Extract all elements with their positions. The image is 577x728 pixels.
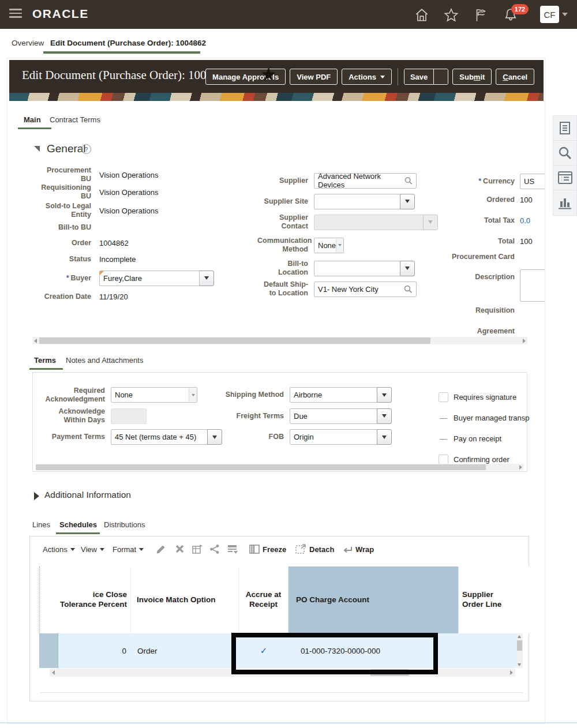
- table-format-menu[interactable]: Format: [113, 545, 144, 554]
- user-menu-chevron-icon[interactable]: [562, 13, 568, 16]
- buyer-dropdown-button[interactable]: [199, 271, 214, 286]
- reports-panel-button[interactable]: [553, 166, 576, 190]
- scroll-right-icon[interactable]: [519, 465, 522, 470]
- ship-to-location-input[interactable]: V1- New York City: [314, 282, 417, 297]
- tab-contract-terms[interactable]: Contract Terms: [50, 115, 100, 124]
- communication-method-select[interactable]: None: [314, 238, 344, 253]
- multi-row-edit-icon[interactable]: [192, 544, 203, 554]
- notification-count-badge[interactable]: 172: [511, 4, 529, 14]
- search-panel-button[interactable]: [553, 141, 576, 166]
- scroll-right-icon[interactable]: [523, 339, 526, 343]
- bill-to-location-dropdown-button[interactable]: [400, 261, 415, 276]
- split-branch-icon[interactable]: [209, 544, 220, 554]
- terms-horizontal-scrollbar[interactable]: [36, 464, 524, 471]
- scroll-left-icon[interactable]: [34, 339, 37, 343]
- shipping-method-input[interactable]: Airborne: [290, 387, 377, 403]
- cell-invoice-match-option[interactable]: Order: [131, 633, 239, 668]
- payment-terms-dropdown-button[interactable]: [207, 429, 222, 445]
- scroll-right-icon[interactable]: [510, 670, 513, 675]
- view-pdf-button[interactable]: View PDF: [290, 69, 338, 85]
- tab-terms[interactable]: Terms: [34, 356, 56, 365]
- pages-panel-button[interactable]: [553, 116, 576, 141]
- favorite-toggle-star-icon[interactable]: ★: [261, 66, 276, 83]
- tab-overview[interactable]: Overview: [12, 39, 44, 47]
- help-icon[interactable]: ?: [81, 144, 91, 154]
- table-row[interactable]: 0 Order ✓ 01-000-7320-0000-000: [39, 633, 516, 668]
- scrollbar-thumb[interactable]: [39, 337, 430, 344]
- payment-terms-input[interactable]: 45 Net (terms date + 45): [111, 429, 208, 445]
- scrollbar-thumb[interactable]: [517, 640, 522, 651]
- watchlist-flag-icon[interactable]: [473, 7, 488, 22]
- required-acknowledgment-select[interactable]: None: [111, 387, 197, 403]
- wrap-icon[interactable]: [343, 546, 353, 554]
- search-icon[interactable]: [404, 177, 413, 185]
- submit-button[interactable]: Submit: [452, 69, 492, 85]
- scrollbar-thumb[interactable]: [370, 669, 409, 676]
- search-icon[interactable]: [404, 285, 413, 294]
- tab-main[interactable]: Main: [24, 115, 41, 124]
- column-header-accrue-at-receipt[interactable]: Accrue at Receipt: [239, 566, 288, 633]
- scroll-left-icon[interactable]: [52, 670, 55, 675]
- fob-input[interactable]: Origin: [290, 429, 377, 445]
- save-menu-arrow[interactable]: [433, 69, 448, 84]
- cancel-button[interactable]: Cancel: [496, 69, 534, 85]
- description-textarea[interactable]: [520, 269, 545, 302]
- tab-schedules[interactable]: Schedules: [59, 520, 97, 529]
- tab-edit-document[interactable]: Edit Document (Purchase Order): 1004862: [50, 39, 206, 47]
- collapse-triangle-icon[interactable]: [34, 146, 40, 152]
- favorites-star-icon[interactable]: [444, 7, 459, 22]
- freight-terms-dropdown-button[interactable]: [377, 408, 392, 424]
- cell-supplier-order-line[interactable]: [459, 633, 515, 668]
- detach-icon[interactable]: [295, 544, 306, 554]
- supplier-input[interactable]: Advanced Network Devices: [314, 173, 417, 189]
- column-header-supplier-order-line[interactable]: Supplier Order Line: [459, 566, 515, 633]
- freight-terms-value: Due: [294, 412, 308, 421]
- navigator-menu-icon[interactable]: [9, 9, 22, 19]
- bill-to-location-input[interactable]: [314, 261, 400, 276]
- supplier-site-input[interactable]: [314, 194, 400, 209]
- supplier-site-dropdown-button[interactable]: [400, 194, 415, 209]
- tab-lines[interactable]: Lines: [32, 520, 50, 529]
- shipping-method-dropdown-button[interactable]: [377, 387, 392, 403]
- scroll-up-icon[interactable]: [518, 635, 521, 638]
- table-view-menu[interactable]: View: [81, 545, 104, 554]
- query-by-example-icon[interactable]: [227, 544, 238, 554]
- detach-button[interactable]: Detach: [309, 545, 334, 554]
- scrollbar-thumb[interactable]: [36, 464, 486, 470]
- buyer-input[interactable]: Furey,Clare: [99, 271, 200, 286]
- freeze-icon[interactable]: [249, 544, 260, 554]
- home-icon[interactable]: [414, 7, 429, 22]
- user-avatar[interactable]: CF: [540, 6, 559, 23]
- cell-accrue-at-receipt[interactable]: ✓: [239, 633, 288, 668]
- wrap-button[interactable]: Wrap: [355, 545, 374, 554]
- tab-distributions[interactable]: Distributions: [104, 520, 145, 529]
- general-horizontal-scrollbar[interactable]: [32, 337, 527, 344]
- field-label: Ordered: [432, 196, 515, 204]
- cell-po-charge-account[interactable]: 01-000-7320-0000-000: [288, 633, 459, 668]
- row-header-cell[interactable]: [39, 633, 58, 668]
- analytics-panel-button[interactable]: [553, 190, 576, 215]
- cell-close-tolerance[interactable]: 0: [59, 633, 131, 668]
- currency-select[interactable]: US: [520, 174, 545, 189]
- save-button[interactable]: Save: [404, 69, 433, 84]
- fob-dropdown-button[interactable]: [377, 429, 392, 445]
- column-header-close-tolerance[interactable]: ice Close Tolerance Percent: [59, 566, 131, 633]
- tab-close-icon[interactable]: ×: [190, 39, 195, 48]
- column-header-po-charge-account[interactable]: PO Charge Account: [288, 566, 459, 633]
- checkbox-icon[interactable]: [439, 455, 448, 464]
- actions-menu-button[interactable]: Actions: [342, 69, 392, 85]
- delete-x-icon[interactable]: [175, 544, 185, 554]
- checkbox-icon[interactable]: [439, 392, 448, 402]
- column-header-invoice-match-option[interactable]: Invoice Match Option: [131, 566, 239, 633]
- table-vertical-scrollbar[interactable]: [516, 633, 523, 668]
- freight-terms-input[interactable]: Due: [290, 408, 377, 424]
- scroll-down-icon[interactable]: [518, 663, 521, 666]
- field-label: Total Tax: [432, 216, 515, 225]
- edit-pencil-icon[interactable]: [156, 544, 166, 554]
- table-horizontal-scrollbar[interactable]: [50, 669, 515, 677]
- additional-information-title[interactable]: Additional Information: [44, 490, 131, 500]
- expand-triangle-icon[interactable]: [34, 492, 39, 500]
- tab-notes-and-attachments[interactable]: Notes and Attachments: [66, 356, 143, 365]
- table-actions-menu[interactable]: Actions: [43, 545, 75, 554]
- freeze-button[interactable]: Freeze: [263, 545, 286, 554]
